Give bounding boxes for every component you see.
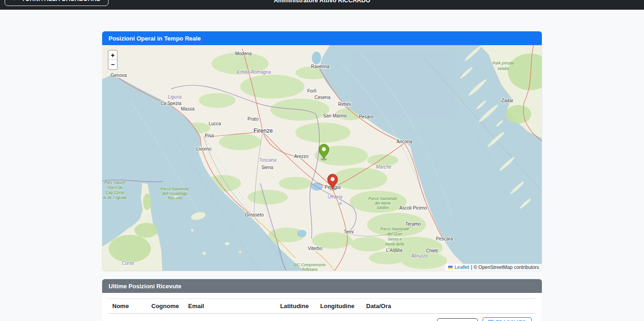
active-admin-title: Amministratore Attivo RICCARDO	[0, 0, 644, 4]
park-label: Tolfetano	[302, 267, 318, 271]
park-label: Cap Corse	[106, 190, 125, 195]
zoom-out-button[interactable]: −	[109, 60, 117, 69]
osm-attribution-text: | © OpenStreetMap contributors	[471, 264, 539, 270]
table-row: Mario Tanzi mariotanzi.m@libero.it 43.45…	[109, 314, 535, 321]
city-label: Pisa	[205, 133, 214, 138]
region-label: Toscana	[259, 158, 276, 163]
region-label: Umbria	[328, 194, 343, 199]
column-latitudine: Latitudine	[276, 299, 316, 314]
city-label: Teramo	[405, 222, 421, 227]
cell-cognome: Tanzi	[148, 314, 184, 321]
city-label: Siena	[261, 165, 273, 170]
city-label: Chieti	[426, 248, 438, 253]
region-label: Corse	[122, 261, 134, 266]
city-label: Grosseto	[245, 212, 264, 217]
park-label: et de l'Agriate	[103, 195, 127, 200]
park-label: Monti della	[385, 242, 404, 246]
cell-email: mariotanzi.m@libero.it	[184, 314, 276, 321]
park-label: Parco Nazionale	[368, 196, 397, 201]
column-nome: Nome	[109, 299, 148, 314]
cell-data-ora: 2025-10-03 23:25:19	[362, 314, 433, 321]
region-label: Abruzzo	[411, 253, 428, 258]
city-label: Terni	[344, 229, 354, 234]
region-label: Emilia-Romagna	[237, 70, 271, 75]
city-label: Ancona	[397, 139, 412, 144]
city-label: Rimini	[338, 102, 351, 107]
table-card-title: Ultime Posizioni Ricevute	[109, 283, 181, 290]
city-label: Viterbo	[308, 246, 322, 251]
marker-dot-icon	[322, 147, 326, 152]
marker-dot-icon	[331, 177, 335, 181]
park-label: Park prirode	[493, 61, 514, 65]
city-label: Firenze	[253, 128, 273, 134]
city-label: Modena	[235, 51, 252, 56]
city-label: Pescara	[436, 236, 453, 241]
esporta-button[interactable]: ↓ ESPORTA	[437, 318, 478, 321]
cell-latitudine: 43.4562	[276, 314, 316, 321]
ukraine-flag-icon	[448, 266, 453, 269]
map-card: Posizioni Operai in Tempo Reale	[102, 31, 542, 271]
cell-actions: ↓ ESPORTA TRACCIATO	[433, 314, 535, 321]
table-header-row: Nome Cognome Email Latitudine Longitudin…	[109, 299, 535, 314]
park-label: SIC Comprensorio	[293, 263, 326, 267]
city-label: Forlì	[307, 88, 316, 93]
column-data-ora: Data/Ora	[362, 299, 433, 314]
park-label: Toscano	[167, 196, 182, 200]
map-card-title: Posizioni Operai in Tempo Reale	[109, 35, 201, 42]
park-label: Laga	[391, 247, 399, 251]
region-label: Marche	[376, 164, 391, 169]
map-attribution: Leaflet | © OpenStreetMap contributors	[445, 264, 542, 271]
leaflet-link[interactable]: Leaflet	[454, 264, 469, 270]
park-label: dell'Arcipelago	[162, 191, 187, 196]
park-label: marin du	[107, 185, 122, 190]
city-label: Lucca	[209, 121, 221, 126]
map-canvas: Modena Ravenna Genova Forlì Cesena Rimin…	[102, 45, 542, 271]
park-label: Parco Nazionale	[161, 187, 190, 191]
column-actions	[433, 299, 535, 314]
city-label: Ravenna	[311, 64, 329, 69]
main-content: Posizioni Operai in Tempo Reale	[102, 31, 542, 321]
city-label: Pesaro	[359, 114, 374, 119]
map-card-header: Posizioni Operai in Tempo Reale	[102, 31, 542, 45]
positions-table-card: Ultime Posizioni Ricevute Nome Cognome E…	[102, 279, 542, 321]
city-label: Cesena	[315, 95, 331, 100]
city-label: Massa	[181, 106, 195, 111]
map-zoom-control: + −	[108, 50, 118, 70]
tracciato-button[interactable]: TRACCIATO	[483, 317, 532, 321]
city-label: Arezzo	[294, 154, 309, 159]
leaflet-map[interactable]: Modena Ravenna Genova Forlì Cesena Rimin…	[102, 45, 542, 271]
park-label: Parco Nazionale	[380, 227, 409, 231]
city-label: Prato	[247, 117, 259, 122]
city-label: Genova	[110, 73, 126, 78]
cell-longitudine: 12.2386	[316, 314, 362, 321]
city-label: Zadar	[501, 98, 514, 103]
city-label: Livorno	[196, 146, 212, 152]
city-label: La Spezia	[161, 101, 182, 106]
park-label: del Gran	[387, 232, 402, 236]
positions-table: Nome Cognome Email Latitudine Longitudin…	[109, 298, 535, 321]
column-cognome: Cognome	[148, 299, 184, 314]
top-navbar: ← TORNA ALLA DASHBOARD Amministratore At…	[0, 0, 644, 10]
park-label: Velebit	[497, 66, 509, 71]
zoom-in-button[interactable]: +	[109, 51, 117, 60]
table-card-body: Nome Cognome Email Latitudine Longitudin…	[102, 293, 542, 321]
city-label: Ascoli Piceno	[399, 205, 427, 210]
region-label: Liguria	[168, 94, 182, 99]
park-label: dei Monti	[375, 201, 391, 205]
park-label: Sibillini	[377, 205, 390, 210]
cell-nome: Mario	[109, 314, 148, 321]
column-longitudine: Longitudine	[316, 299, 362, 314]
park-label: Parc naturel	[104, 180, 126, 185]
park-label: Sasso e	[388, 237, 402, 241]
table-card-header: Ultime Posizioni Ricevute	[102, 279, 542, 293]
column-email: Email	[184, 299, 276, 314]
city-label: San Marino	[323, 113, 347, 118]
